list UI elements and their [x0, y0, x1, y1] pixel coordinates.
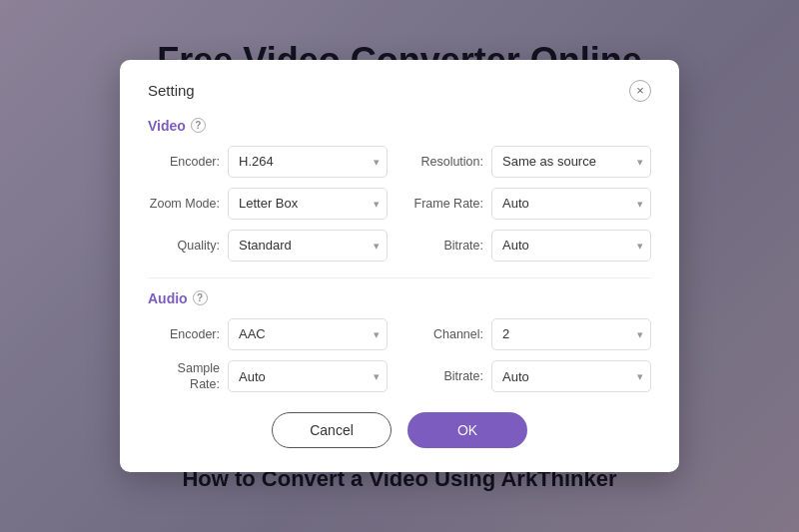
video-settings-grid: Encoder: H.264 H.265 MPEG-4 ▾ Resolution…	[148, 146, 651, 262]
quality-select[interactable]: Standard High Low	[228, 230, 388, 262]
audio-encoder-label: Encoder:	[148, 327, 220, 341]
audio-encoder-select[interactable]: AAC MP3 OGG	[228, 318, 388, 350]
ok-button[interactable]: OK	[407, 412, 527, 448]
resolution-field: Resolution: Same as source 1920x1080 128…	[411, 146, 651, 178]
dialog-header: Setting ×	[148, 80, 651, 102]
frame-rate-select[interactable]: Auto 24 30 60	[491, 188, 651, 220]
section-divider	[148, 277, 651, 278]
encoder-label: Encoder:	[148, 155, 220, 169]
cancel-button[interactable]: Cancel	[272, 412, 392, 448]
quality-select-wrapper: Standard High Low ▾	[228, 230, 388, 262]
zoom-mode-label: Zoom Mode:	[148, 197, 220, 211]
audio-bitrate-label: Bitrate:	[411, 369, 483, 383]
audio-settings-grid: Encoder: AAC MP3 OGG ▾ Channel: 2 1	[148, 318, 651, 393]
dialog-title: Setting	[148, 82, 195, 99]
audio-encoder-field: Encoder: AAC MP3 OGG ▾	[148, 318, 388, 350]
channel-select[interactable]: 2 1 6	[491, 318, 651, 350]
audio-bitrate-select-wrapper: Auto 128k 256k ▾	[491, 360, 651, 392]
sample-rate-label: SampleRate:	[148, 360, 220, 393]
video-bitrate-select[interactable]: Auto 1000k 2000k	[491, 230, 651, 262]
resolution-select-wrapper: Same as source 1920x1080 1280x720 ▾	[491, 146, 651, 178]
channel-label: Channel:	[411, 327, 483, 341]
channel-field: Channel: 2 1 6 ▾	[411, 318, 651, 350]
video-bitrate-field: Bitrate: Auto 1000k 2000k ▾	[411, 230, 651, 262]
sample-rate-select-wrapper: Auto 44100 48000 ▾	[228, 360, 388, 392]
audio-encoder-select-wrapper: AAC MP3 OGG ▾	[228, 318, 388, 350]
encoder-select[interactable]: H.264 H.265 MPEG-4	[228, 146, 388, 178]
zoom-mode-field: Zoom Mode: Letter Box Pan & Scan Full ▾	[148, 188, 388, 220]
video-bitrate-label: Bitrate:	[411, 239, 483, 253]
video-bitrate-select-wrapper: Auto 1000k 2000k ▾	[491, 230, 651, 262]
frame-rate-field: Frame Rate: Auto 24 30 60 ▾	[411, 188, 651, 220]
encoder-select-wrapper: H.264 H.265 MPEG-4 ▾	[228, 146, 388, 178]
video-help-icon[interactable]: ?	[191, 118, 206, 133]
audio-section-label: Audio ?	[148, 290, 651, 306]
frame-rate-label: Frame Rate:	[411, 197, 483, 211]
resolution-select[interactable]: Same as source 1920x1080 1280x720	[491, 146, 651, 178]
zoom-mode-select-wrapper: Letter Box Pan & Scan Full ▾	[228, 188, 388, 220]
modal-overlay: Setting × Video ? Encoder: H.264 H.265 M…	[0, 0, 799, 532]
audio-bitrate-field: Bitrate: Auto 128k 256k ▾	[411, 360, 651, 393]
encoder-field: Encoder: H.264 H.265 MPEG-4 ▾	[148, 146, 388, 178]
sample-rate-field: SampleRate: Auto 44100 48000 ▾	[148, 360, 388, 393]
frame-rate-select-wrapper: Auto 24 30 60 ▾	[491, 188, 651, 220]
resolution-label: Resolution:	[411, 155, 483, 169]
dialog-footer: Cancel OK	[148, 412, 651, 448]
quality-field: Quality: Standard High Low ▾	[148, 230, 388, 262]
video-section-label: Video ?	[148, 118, 651, 134]
close-button[interactable]: ×	[629, 80, 651, 102]
settings-dialog: Setting × Video ? Encoder: H.264 H.265 M…	[120, 60, 679, 473]
audio-help-icon[interactable]: ?	[193, 290, 208, 305]
quality-label: Quality:	[148, 239, 220, 253]
zoom-mode-select[interactable]: Letter Box Pan & Scan Full	[228, 188, 388, 220]
sample-rate-select[interactable]: Auto 44100 48000	[228, 360, 388, 392]
channel-select-wrapper: 2 1 6 ▾	[491, 318, 651, 350]
audio-bitrate-select[interactable]: Auto 128k 256k	[491, 360, 651, 392]
